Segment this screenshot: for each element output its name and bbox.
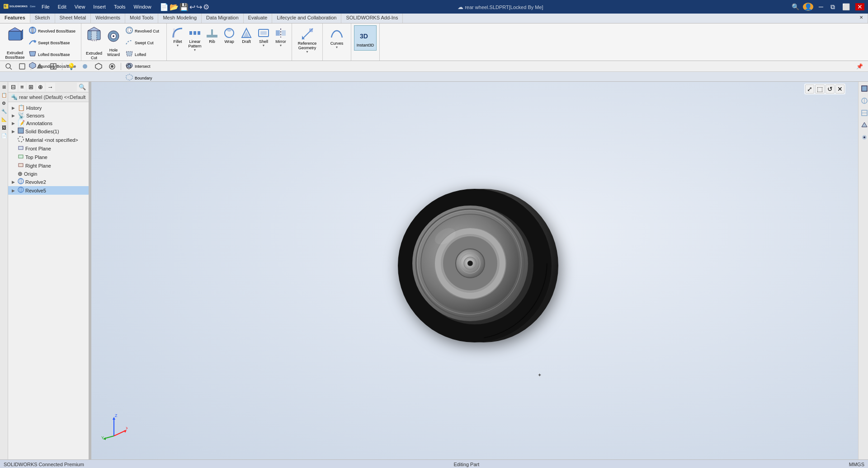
expand-all-btn[interactable]: ⊞ [27,83,35,91]
revolved-boss-base-btn[interactable]: Revolved Boss/Base [26,25,78,37]
link-btn[interactable]: ⊕ [36,83,45,91]
view-setting-btn[interactable] [106,62,118,71]
tree-item-top-plane[interactable]: ▶ Top Plane [8,153,89,161]
featuretree-btn[interactable]: 📋 [1,92,7,98]
tree-item-solid-bodies[interactable]: ▶ Solid Bodies(1) [8,127,89,136]
right-btn-4[interactable] [859,120,867,131]
tree-item-annotations[interactable]: ▶ 📝 Annotations [8,119,89,127]
rib-btn[interactable]: Rib [204,25,220,59]
display-state-btn[interactable]: ⬡ [124,62,134,71]
mirror-label: Mirror [275,39,286,44]
right-btn-3[interactable] [859,108,867,119]
tab-data-migration[interactable]: Data Migration [202,14,244,23]
collapse-all-btn[interactable]: ≡ [19,83,26,91]
edit-appearance-btn[interactable] [79,62,91,71]
notifications-icon[interactable]: 👤 [803,3,813,11]
section-view-btn[interactable] [47,62,59,71]
propertymgr-btn[interactable]: ⚙ [1,100,6,107]
curves-btn[interactable]: Curves ▼ [326,25,348,50]
x-axis [114,431,126,436]
minimize-button[interactable]: ─ [817,3,825,10]
new-button[interactable]: 📄 [160,3,169,11]
separator2 [62,63,62,70]
tree-item-right-plane[interactable]: ▶ Right Plane [8,161,89,170]
filter-tree-btn[interactable]: ⊟ [9,83,18,91]
zoom-to-fit-btn[interactable] [3,62,14,71]
revolve5-icon [18,187,24,194]
boundary-cut-icon [125,73,133,83]
instant3d-btn[interactable]: 3D Instant3D [354,25,377,51]
tile-button[interactable]: ⧉ [829,3,837,11]
tab-lifecycle[interactable]: Lifecycle and Collaboration [272,14,341,23]
right-btn-2[interactable] [859,96,867,107]
vt-close-btn[interactable]: ✕ [835,84,844,94]
tree-item-history[interactable]: ▶ 📋 History [8,104,89,112]
cursor-position: ✦ [538,372,542,378]
shell-btn[interactable]: Shell ▼ [255,25,272,59]
configmgr-btn[interactable]: 🔧 [1,108,7,115]
vt-pan-btn[interactable]: ⬚ [815,84,825,94]
title-bar: S SOLIDWORKS Connected File Edit View In… [0,0,868,14]
menu-file[interactable]: File [38,3,53,10]
axes-svg: Z X Y [100,413,127,440]
lofted-cut-btn[interactable]: Lofted [123,49,164,60]
close-button[interactable]: ✕ [855,3,864,10]
tab-mesh-modeling[interactable]: Mesh Modeling [158,14,202,23]
tab-features[interactable]: Features [0,14,30,23]
tab-addins[interactable]: SOLIDWORKS Add-Ins [341,14,403,23]
revolved-cut-btn[interactable]: Revolved Cut [123,25,164,37]
tab-weldments[interactable]: Weldments [91,14,125,23]
scene-btn[interactable] [93,62,104,71]
hole-wizard-btn[interactable]: HoleWizard [105,25,122,84]
mirror-btn[interactable]: Mirror ▼ [273,25,289,59]
tab-sheet-metal[interactable]: Sheet Metal [55,14,91,23]
docprop-btn[interactable]: 📄 [1,132,7,139]
tree-item-material[interactable]: ▶ Material <not specified> [8,136,89,144]
tab-close[interactable]: ✕ [855,14,868,23]
menu-insert[interactable]: Insert [90,3,109,10]
menu-window[interactable]: Window [130,3,155,10]
vt-zoom-btn[interactable]: ⤢ [805,84,814,94]
tree-item-front-plane[interactable]: ▶ Front Plane [8,144,89,153]
dimmgr-btn[interactable]: 📐 [1,116,7,123]
tree-item-revolve2[interactable]: ▶ Revolve2 [8,178,89,186]
reference-geometry-btn[interactable]: ReferenceGeometry ▼ [295,25,320,55]
search-icon[interactable]: 🔍 [792,3,799,10]
filter-btn[interactable]: ⊞ [2,84,6,90]
open-button[interactable]: 📂 [170,3,179,11]
tree-item-revolve5[interactable]: ▶ Revolve5 [8,186,89,195]
linear-pattern-btn[interactable]: LinearPattern ▼ [187,25,203,59]
menu-edit[interactable]: Edit [54,3,70,10]
panel-search-btn[interactable]: 🔍 [77,83,88,91]
draft-btn[interactable]: Draft [238,25,255,59]
hide-show-btn[interactable]: 💡 [65,62,77,71]
tab-mold-tools[interactable]: Mold Tools [125,14,158,23]
tree-item-origin[interactable]: ▶ ⊕ Origin [8,170,89,178]
redo-button[interactable]: ↪ [196,3,202,11]
display-style-btn[interactable] [34,62,46,71]
tree-item-sensors[interactable]: ▶ 📡 Sensors [8,112,89,119]
menu-view[interactable]: View [71,3,89,10]
fillet-btn[interactable]: Fillet ▼ [170,25,186,59]
tab-evaluate[interactable]: Evaluate [244,14,273,23]
viewport-area[interactable]: ⤢ ⬚ ↺ ✕ [91,82,858,459]
wrap-btn[interactable]: Wrap [221,25,237,59]
menu-tools[interactable]: Tools [110,3,129,10]
options-button[interactable]: ⚙ [203,3,209,11]
extruded-cut-btn[interactable]: ExtrudedCut [84,25,104,84]
pin-btn[interactable]: 📌 [854,62,865,70]
swept-cut-btn[interactable]: Swept Cut [123,37,164,48]
save-button[interactable]: 💾 [179,3,189,11]
swept-boss-base-btn[interactable]: Swept Boss/Base [26,37,78,48]
right-btn-5[interactable] [859,132,867,144]
displaymgr-btn[interactable]: 🖼 [1,124,7,131]
arrow-btn[interactable]: → [46,83,55,91]
svg-marker-5 [9,28,21,31]
right-btn-1[interactable] [859,84,867,95]
lofted-boss-base-btn[interactable]: Lofted Boss/Base [26,49,78,60]
undo-button[interactable]: ↩ [189,3,195,11]
restore-button[interactable]: ⬜ [840,3,852,10]
tab-sketch[interactable]: Sketch [30,14,55,23]
vt-rotate-btn[interactable]: ↺ [826,84,835,94]
view-orient-btn[interactable] [16,62,28,71]
